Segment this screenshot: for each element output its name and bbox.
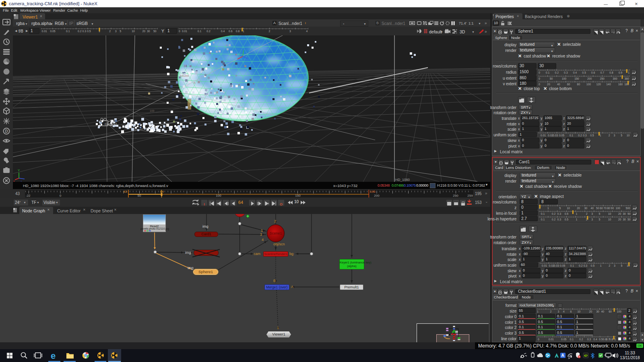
svg-text:0.6: 0.6 [591,71,595,74]
svg-text:0.2: 0.2 [552,218,556,221]
svg-text:0.2: 0.2 [552,212,556,215]
svg-text:0.1: 0.1 [541,218,545,221]
svg-text:40: 40 [590,207,594,210]
svg-text:360: 360 [625,77,630,80]
svg-text:0.05: 0.05 [50,30,55,33]
svg-text:50: 50 [550,77,553,80]
svg-text:5: 5 [621,264,623,267]
svg-text:1: 1 [628,71,630,74]
svg-text:10: 10 [567,207,570,210]
svg-text:5: 5 [599,218,601,221]
svg-text:0.1: 0.1 [570,338,574,341]
svg-text:2: 2 [550,310,552,313]
svg-text:0.1: 0.1 [198,30,202,33]
svg-text:0.05: 0.05 [561,338,566,341]
svg-text:0: 0 [539,71,540,74]
svg-text:0.01: 0.01 [541,134,546,137]
svg-text:Camera1: Camera1 [105,122,117,126]
svg-text:100: 100 [562,77,567,80]
svg-text:3: 3 [591,212,593,215]
svg-text:60: 60 [567,83,570,86]
svg-text:60: 60 [600,207,603,210]
svg-text:0.01: 0.01 [549,338,554,341]
svg-text:0.2: 0.2 [555,71,559,74]
svg-text:64: 64 [160,190,164,193]
svg-text:30: 30 [623,212,626,215]
svg-text:50: 50 [627,212,631,215]
svg-text:10: 10 [132,30,135,33]
svg-text:0.3: 0.3 [557,218,561,221]
svg-text:250: 250 [453,194,458,197]
svg-text:0.4: 0.4 [221,30,225,33]
svg-text:120: 120 [597,83,601,86]
svg-text:0.3: 0.3 [587,338,591,341]
svg-text:100: 100 [615,207,620,210]
svg-text:20: 20 [142,30,145,33]
svg-text:30: 30 [147,30,150,33]
svg-text:0: 0 [60,194,62,197]
svg-text:30: 30 [584,207,588,210]
svg-text:10: 10 [608,212,611,215]
svg-text:0.2: 0.2 [78,30,82,33]
svg-text:20: 20 [577,207,580,210]
svg-text:0.5: 0.5 [565,212,569,215]
svg-text:3: 3 [289,30,291,33]
svg-text:250: 250 [600,77,605,80]
svg-text:0.2: 0.2 [206,30,211,33]
svg-text:0.3: 0.3 [83,30,87,33]
svg-text:30: 30 [623,218,626,221]
svg-text:0: 0 [539,77,540,80]
svg-text:0.01: 0.01 [42,30,47,33]
svg-text:100: 100 [586,83,591,86]
svg-text:0: 0 [539,83,540,86]
svg-text:100: 100 [150,109,155,112]
svg-text:0.5: 0.5 [565,218,569,221]
svg-text:0.9: 0.9 [619,71,623,74]
svg-text:6: 6 [570,310,572,313]
svg-text:40: 40 [601,310,604,313]
svg-text:5: 5 [120,30,121,33]
svg-text:5: 5 [559,207,561,210]
svg-text:0.03: 0.03 [554,264,559,267]
svg-text:0.8: 0.8 [236,30,240,33]
svg-text:150: 150 [574,77,579,80]
svg-text:60: 60 [609,310,612,313]
svg-text:2: 2 [109,30,111,33]
svg-text:5: 5 [599,212,601,215]
svg-text:0.4: 0.4 [573,71,577,74]
svg-text:0.3: 0.3 [557,212,561,215]
svg-text:x: x [235,53,237,56]
svg-text:10: 10 [627,134,630,137]
svg-text:259: 259 [467,194,473,197]
svg-text:1: 1 [600,264,602,267]
svg-text:3: 3 [591,218,593,221]
svg-text:4: 4 [563,310,565,313]
svg-text:e: e [51,351,56,361]
svg-text:20: 20 [547,83,550,86]
svg-text:20: 20 [618,218,621,221]
svg-text:2: 2 [609,264,610,267]
svg-text:200: 200 [374,194,380,197]
svg-text:1: 1 [576,218,578,221]
svg-text:4: 4 [306,30,308,33]
svg-text:40: 40 [557,83,560,86]
svg-text:0: 0 [179,30,180,33]
svg-text:0.2: 0.2 [578,134,582,137]
svg-text:0.5: 0.5 [599,338,603,341]
svg-text:0.3: 0.3 [583,134,587,137]
svg-text:0.01: 0.01 [182,30,187,33]
svg-text:5: 5 [621,134,622,137]
svg-text:30: 30 [596,310,599,313]
svg-text:300: 300 [613,77,617,80]
svg-text:1: 1 [576,212,578,215]
svg-text:195: 195 [370,190,376,193]
svg-text:2: 2 [586,212,588,215]
svg-text:80: 80 [607,207,611,210]
svg-text:1: 1 [614,338,616,341]
svg-text:0.5: 0.5 [590,134,594,137]
svg-text:D: D [5,129,8,134]
svg-text:0.8: 0.8 [609,71,613,74]
svg-text:1: 1 [537,310,539,313]
svg-text:0.01: 0.01 [542,264,547,267]
svg-text:3: 3 [557,310,559,313]
